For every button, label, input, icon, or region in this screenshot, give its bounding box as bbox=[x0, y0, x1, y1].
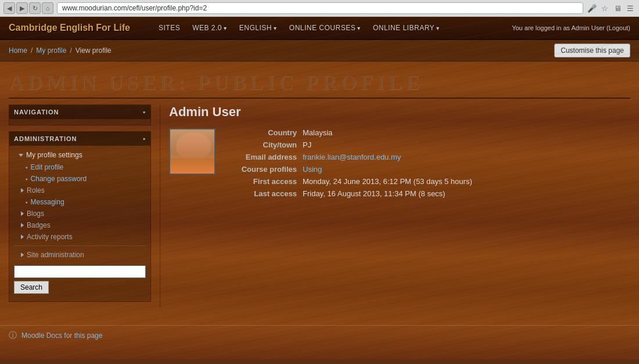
bullet-icon: ▪ bbox=[26, 199, 28, 206]
breadcrumb-current: View profile bbox=[76, 46, 112, 55]
forward-button[interactable]: ▶ bbox=[16, 2, 28, 14]
change-password-label: Change password bbox=[31, 175, 87, 183]
edit-profile-label: Edit profile bbox=[31, 163, 64, 171]
email-row: Email address frankie.lian@stanford.edu.… bbox=[227, 153, 630, 161]
sidebar-link-site-admin[interactable]: Site administration bbox=[9, 249, 150, 261]
activity-reports-label: Activity reports bbox=[27, 233, 73, 241]
administration-section-header: ADMINISTRATION ▪ bbox=[9, 132, 150, 146]
city-value: PJ bbox=[303, 140, 311, 149]
nav-online-library[interactable]: ONLINE LIBRARY bbox=[368, 21, 444, 34]
main-content: NAVIGATION ▪ ADMINISTRATION ▪ My profile… bbox=[0, 99, 639, 313]
last-access-value: Friday, 16 August 2013, 11:34 PM (8 secs… bbox=[303, 189, 445, 198]
breadcrumb-bar: Home / My profile / View profile Customi… bbox=[0, 40, 639, 62]
administration-label: ADMINISTRATION bbox=[14, 135, 77, 142]
sidebar-link-edit-profile[interactable]: ▪ Edit profile bbox=[9, 161, 150, 173]
roles-label: Roles bbox=[27, 186, 45, 194]
bullet-icon: ▪ bbox=[26, 176, 28, 182]
profile-name: Admin User bbox=[169, 104, 630, 120]
home-button[interactable]: ⌂ bbox=[42, 2, 53, 14]
breadcrumb-home[interactable]: Home bbox=[9, 46, 27, 55]
city-row: City/town PJ bbox=[227, 140, 630, 149]
avatar-image bbox=[170, 129, 216, 175]
country-row: Country Malaysia bbox=[227, 128, 630, 137]
first-access-label: First access bbox=[227, 177, 297, 186]
monitor-icon[interactable]: 🖥 bbox=[612, 3, 623, 13]
administration-section: ADMINISTRATION ▪ My profile settings ▪ E… bbox=[9, 131, 151, 302]
browser-nav-buttons: ◀ ▶ ↻ ⌂ bbox=[3, 2, 53, 14]
star-icon[interactable]: ☆ bbox=[599, 3, 610, 13]
sidebar-search: Search bbox=[9, 261, 150, 298]
courses-value[interactable]: Using bbox=[303, 165, 322, 174]
site-admin-triangle bbox=[21, 253, 24, 257]
profile-settings-triangle[interactable] bbox=[19, 154, 23, 157]
bullet-icon: ▪ bbox=[26, 164, 28, 171]
navigation-label: NAVIGATION bbox=[14, 109, 59, 116]
microphone-icon[interactable]: 🎤 bbox=[587, 3, 597, 13]
roles-triangle bbox=[21, 188, 24, 193]
courses-label: Course profiles bbox=[227, 165, 297, 174]
moodle-docs-link[interactable]: Moodle Docs for this page bbox=[21, 331, 102, 340]
sidebar-link-blogs[interactable]: Blogs bbox=[9, 208, 150, 219]
sidebar: NAVIGATION ▪ ADMINISTRATION ▪ My profile… bbox=[9, 104, 160, 308]
menu-icon[interactable]: ☰ bbox=[625, 3, 636, 13]
navigation-section: NAVIGATION ▪ bbox=[9, 104, 151, 125]
country-label: Country bbox=[227, 128, 297, 137]
email-value[interactable]: frankie.lian@stanford.edu.my bbox=[303, 153, 401, 161]
sidebar-link-change-password[interactable]: ▪ Change password bbox=[9, 173, 150, 185]
info-icon: ⓘ bbox=[9, 330, 17, 341]
navigation-toggle[interactable]: ▪ bbox=[143, 108, 146, 116]
search-input[interactable] bbox=[14, 265, 146, 278]
profile-settings-title: My profile settings bbox=[9, 149, 150, 161]
profile-body: Country Malaysia City/town PJ Email addr… bbox=[169, 128, 630, 201]
courses-row: Course profiles Using bbox=[227, 165, 630, 174]
browser-chrome: ◀ ▶ ↻ ⌂ www.moodurian.com/cefl/user/prof… bbox=[0, 0, 639, 17]
browser-icons: 🎤 ☆ 🖥 ☰ bbox=[587, 3, 636, 13]
nav-web20[interactable]: WEB 2.0 bbox=[188, 21, 232, 34]
badges-label: Badges bbox=[27, 221, 51, 229]
last-access-row: Last access Friday, 16 August 2013, 11:3… bbox=[227, 189, 630, 198]
url-bar[interactable]: www.moodurian.com/cefl/user/profile.php?… bbox=[57, 2, 583, 14]
profile-details: Country Malaysia City/town PJ Email addr… bbox=[227, 128, 630, 201]
messaging-label: Messaging bbox=[31, 198, 64, 206]
sidebar-link-messaging[interactable]: ▪ Messaging bbox=[9, 196, 150, 208]
profile-settings-label: My profile settings bbox=[26, 151, 82, 159]
profile-avatar bbox=[169, 128, 216, 175]
site-title: Cambridge English For Life bbox=[9, 22, 142, 34]
breadcrumb: Home / My profile / View profile bbox=[9, 46, 112, 55]
country-value: Malaysia bbox=[303, 128, 332, 137]
search-button[interactable]: Search bbox=[14, 281, 49, 294]
city-label: City/town bbox=[227, 140, 297, 149]
main-nav: SITES WEB 2.0 ENGLISH ONLINE COURSES ONL… bbox=[154, 21, 500, 34]
first-access-value: Monday, 24 June 2013, 6:12 PM (53 days 5… bbox=[303, 177, 472, 186]
nav-english[interactable]: ENGLISH bbox=[235, 21, 282, 34]
blogs-triangle bbox=[21, 211, 24, 216]
nav-online-courses[interactable]: ONLINE COURSES bbox=[285, 21, 365, 34]
refresh-button[interactable]: ↻ bbox=[29, 2, 41, 14]
breadcrumb-sep-2: / bbox=[70, 46, 71, 55]
navigation-section-body bbox=[9, 119, 150, 125]
site-footer: ⓘ Moodle Docs for this page bbox=[0, 325, 639, 345]
administration-toggle[interactable]: ▪ bbox=[143, 135, 146, 143]
badges-triangle bbox=[21, 223, 24, 228]
site-admin-label: Site administration bbox=[27, 251, 84, 259]
breadcrumb-myprofile[interactable]: My profile bbox=[36, 46, 66, 55]
user-info: You are logged in as Admin User (Logout) bbox=[512, 24, 630, 31]
customise-page-button[interactable]: Customise this page bbox=[554, 44, 630, 57]
page-title: ADMIN USER: PUBLIC PROFILE bbox=[9, 70, 630, 95]
navigation-section-header: NAVIGATION ▪ bbox=[9, 105, 150, 119]
sidebar-link-roles[interactable]: Roles bbox=[9, 185, 150, 196]
breadcrumb-sep-1: / bbox=[31, 46, 33, 55]
nav-sites[interactable]: SITES bbox=[154, 21, 185, 34]
last-access-label: Last access bbox=[227, 189, 297, 198]
sidebar-link-badges[interactable]: Badges bbox=[9, 219, 150, 231]
page-title-bar: ADMIN USER: PUBLIC PROFILE bbox=[0, 62, 639, 98]
site-header: Cambridge English For Life SITES WEB 2.0… bbox=[0, 17, 639, 40]
blogs-label: Blogs bbox=[27, 210, 44, 218]
email-label: Email address bbox=[227, 153, 297, 161]
back-button[interactable]: ◀ bbox=[3, 2, 15, 14]
administration-section-body: My profile settings ▪ Edit profile ▪ Cha… bbox=[9, 146, 150, 301]
profile-content: Admin User Country Malaysia City/town PJ bbox=[160, 104, 630, 308]
activity-reports-triangle bbox=[21, 235, 24, 239]
first-access-row: First access Monday, 24 June 2013, 6:12 … bbox=[227, 177, 630, 186]
sidebar-link-activity-reports[interactable]: Activity reports bbox=[9, 231, 150, 243]
